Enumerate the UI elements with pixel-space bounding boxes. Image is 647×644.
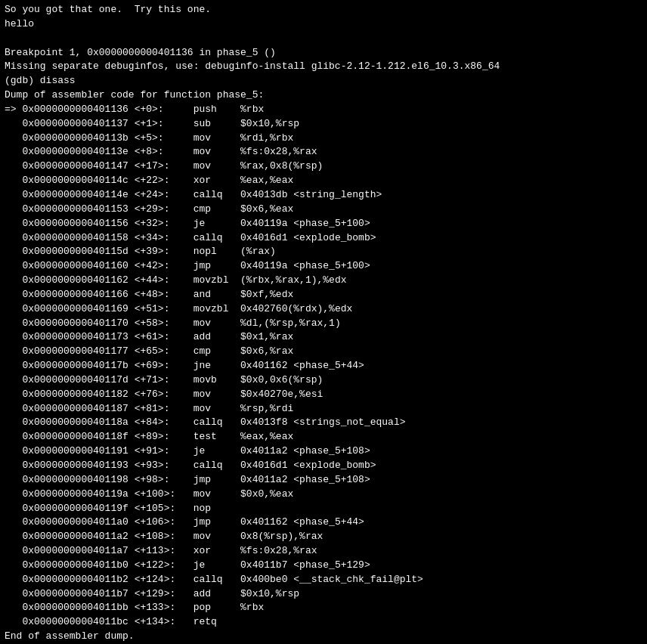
terminal-content: So you got that one. Try this one. hello… [5, 3, 642, 644]
terminal-window: So you got that one. Try this one. hello… [5, 3, 642, 644]
terminal-text: So you got that one. Try this one. hello… [5, 3, 642, 644]
